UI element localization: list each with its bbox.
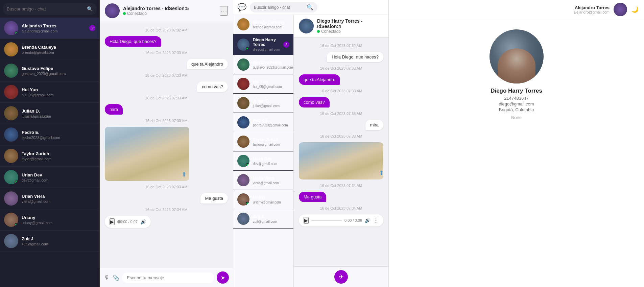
left-search-bar[interactable]: 🔍 [3, 3, 97, 15]
second-chat-input-area: ✈ [294, 266, 388, 287]
second-contact-list: Brenda Cataleya brenda@gmail.com Diego H… [233, 15, 294, 287]
contact-info: Urian Dev dev@gmail.com [22, 172, 95, 182]
contact-name: Gustavo Felipe [22, 66, 95, 71]
second-status-dot [317, 30, 320, 33]
audio-more-button[interactable]: ⋮ [373, 217, 379, 224]
left-contact-item[interactable]: Julian D. julian@gmail.com [0, 103, 99, 124]
contact-email: alejandro@gmail.com [22, 29, 89, 33]
second-contact-item[interactable]: Pedro E. pedro2023@gmail.com [233, 113, 293, 132]
contact-email: zuit@gmail.com [22, 242, 95, 246]
received-message: Me gusta [200, 193, 228, 204]
left-contact-item[interactable]: Brenda Cataleya brenda@gmail.com [0, 39, 99, 60]
second-play-button[interactable]: ▶ [304, 217, 309, 224]
second-contact-info: Hui Yun hui_05@gmail.com [253, 79, 289, 89]
contact-avatar [4, 64, 18, 78]
left-contact-item[interactable]: Uriany uriany@gmail.com [0, 209, 99, 231]
second-contact-item[interactable]: Taylor Zurich taylor@gmail.com [233, 132, 293, 151]
dark-mode-icon[interactable]: 🌙 [631, 6, 639, 13]
search-icon: 🔍 [87, 6, 93, 11]
received-message: que ta Alejandro [187, 59, 228, 69]
second-contact-item[interactable]: Gustavo Felipe gustavo_2023@gmail.com [233, 55, 293, 74]
progress-dot [117, 220, 121, 223]
profile-top-avatar [614, 3, 627, 16]
profile-top-bar: Alejandro Torres alejandro@gmail.com 🌙 [389, 0, 644, 19]
left-contact-item[interactable]: Urian Viera viera@gmail.com [0, 188, 99, 209]
contact-info: Urian Viera viera@gmail.com [22, 194, 95, 204]
second-contact-email: viera@gmail.com [253, 181, 289, 185]
second-contact-avatar [237, 39, 249, 51]
second-contact-info: Gustavo Felipe gustavo_2023@gmail.com [253, 60, 293, 69]
timestamp-label: 16 de Oct 2023 07:33 AM [105, 51, 228, 55]
second-sent-message: como vas? [299, 97, 330, 107]
second-send-button[interactable]: ✈ [334, 270, 348, 284]
contact-avatar [4, 149, 18, 163]
contact-avatar [4, 106, 18, 120]
second-contact-info: Brenda Cataleya brenda@gmail.com [253, 20, 289, 29]
attach-button[interactable]: 📎 [113, 274, 119, 281]
second-timestamp-label: 16 de Oct 2023 07:33 AM [299, 112, 383, 116]
second-search-input[interactable] [254, 5, 305, 10]
second-contact-info: Urian Dev dev@gmail.com [253, 157, 289, 166]
second-received-message: mira [365, 120, 383, 130]
left-contact-item[interactable]: Pedro E. pedro2023@gmail.com [0, 124, 99, 145]
profile-email: diego@gmail.com [499, 101, 534, 106]
second-volume-icon: 🔊 [365, 218, 371, 223]
second-timestamp-label: 16 de Oct 2023 07:33 AM [299, 66, 383, 70]
middle-header-status: Conectado [123, 11, 220, 16]
contact-badge: 2 [89, 25, 95, 31]
second-chat-messages-section: Diego Harry Torres - IdSesion:4 Conectad… [294, 15, 388, 287]
left-contact-item[interactable]: Hui Yun hui_05@gmail.com [0, 81, 99, 103]
second-contact-item[interactable]: Urian Dev dev@gmail.com [233, 151, 293, 171]
mic-button[interactable]: 🎙 [104, 274, 110, 281]
middle-chat-header: Alejandro Torres - IdSesion:5 Conectado … [100, 0, 233, 22]
second-contact-info: Uriany uriany@gmail.com [253, 195, 289, 204]
play-button[interactable]: ▶ [110, 218, 115, 225]
second-search-icon: 🔍 [307, 4, 313, 10]
second-contact-item[interactable]: Uriany uriany@gmail.com [233, 190, 293, 209]
left-search-input[interactable] [7, 6, 86, 11]
second-search-container[interactable]: 🔍 [250, 2, 317, 13]
contact-name: Hui Yun [22, 87, 95, 92]
second-contact-email: uriany@gmail.com [253, 200, 289, 204]
left-contact-list: Alejandro Torres alejandro@gmail.com 2 B… [0, 18, 99, 287]
status-dot [123, 12, 126, 15]
contact-avatar [4, 191, 18, 206]
contact-info: Uriany uriany@gmail.com [22, 215, 95, 225]
send-button[interactable]: ➤ [217, 271, 229, 284]
left-contact-item[interactable]: Zuit J. zuit@gmail.com [0, 231, 99, 252]
second-sent-message: que ta Alejandro [299, 74, 340, 85]
second-upload-icon: ⬆ [379, 169, 383, 177]
second-contact-name: Urian Dev [253, 157, 289, 161]
left-contact-item[interactable]: Alejandro Torres alejandro@gmail.com 2 [0, 18, 99, 39]
contact-email: viera@gmail.com [22, 199, 95, 204]
second-contact-item[interactable]: Brenda Cataleya brenda@gmail.com [233, 15, 293, 34]
second-timestamp-label: 16 de Oct 2023 07:32 AM [299, 44, 383, 48]
second-contact-avatar [237, 97, 249, 109]
second-contact-email: zuit@gmail.com [253, 220, 289, 223]
second-contact-email: taylor@gmail.com [253, 143, 289, 146]
audio-message: ▶ 0:00 / 0:07 🔊 [105, 216, 151, 228]
second-contact-info: Zuit J. zuit@gmail.com [253, 214, 289, 223]
left-contact-item[interactable]: Gustavo Felipe gustavo_2023@gmail.com [0, 60, 99, 81]
second-contact-email: brenda@gmail.com [253, 25, 289, 29]
second-contact-item[interactable]: Diego Harry Torres diego@gmail.com 2 [233, 34, 293, 55]
timestamp-label: 16 de Oct 2023 07:33 AM [105, 73, 228, 77]
second-contact-avatar [237, 58, 249, 71]
second-contact-name: Diego Harry Torres [253, 38, 283, 47]
sent-message: mira [105, 104, 123, 115]
left-contact-item[interactable]: Taylor Zurich taylor@gmail.com [0, 145, 99, 167]
middle-header-avatar [105, 3, 120, 18]
second-contact-email: diego@gmail.com [253, 48, 283, 51]
second-contact-item[interactable]: Zuit J. zuit@gmail.com [233, 209, 293, 229]
more-options-button[interactable]: ⋯ [220, 6, 228, 16]
second-contact-item[interactable]: Urian Viera viera@gmail.com [233, 171, 293, 190]
second-contact-item[interactable]: Hui Yun hui_05@gmail.com [233, 74, 293, 94]
second-received-message: Hola Diego, que haces? [327, 52, 383, 62]
upload-icon: ⬆ [182, 171, 187, 178]
second-contact-badge: 2 [283, 42, 289, 48]
middle-chat-input-area: 🎙 📎 ➤ [100, 268, 233, 287]
middle-chat-input[interactable] [122, 272, 214, 283]
second-timestamp-label: 16 de Oct 2023 07:33 AM [299, 89, 383, 93]
left-contact-item[interactable]: Urian Dev dev@gmail.com [0, 167, 99, 188]
second-contact-item[interactable]: Julian D. julian@gmail.com [233, 94, 293, 113]
